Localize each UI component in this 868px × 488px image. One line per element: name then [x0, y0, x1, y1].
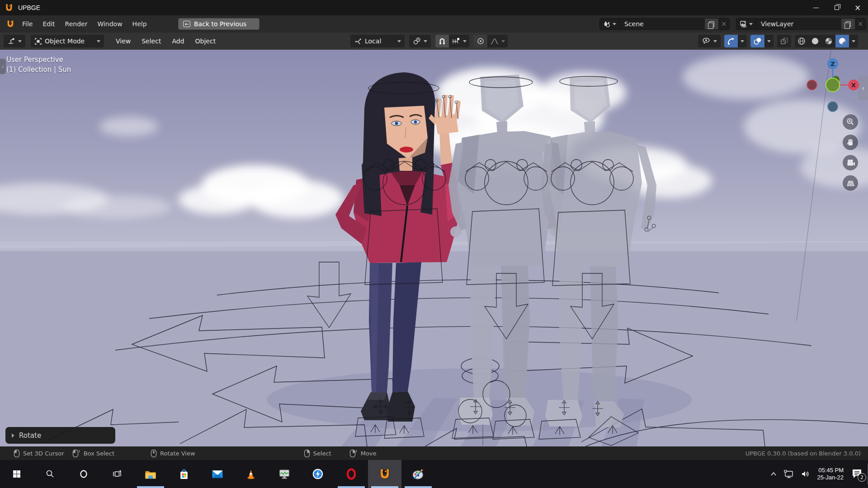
search-icon [45, 469, 55, 479]
operator-panel[interactable]: Rotate [5, 427, 115, 444]
volume-icon[interactable] [801, 469, 811, 479]
windows-start-icon [12, 469, 21, 479]
pan-button[interactable] [843, 135, 858, 150]
axis-x-negative[interactable] [807, 80, 817, 90]
editor-type-button[interactable] [4, 35, 25, 47]
hint-move: Move [349, 449, 377, 458]
action-center-button[interactable]: 2 [850, 467, 863, 481]
scene-name: Scene [620, 20, 705, 28]
menu-file[interactable]: File [17, 19, 38, 29]
menu-object[interactable]: Object [190, 36, 222, 47]
system-tray: 05:45 PM 25-Jan-22 2 [770, 460, 863, 488]
toolbar-expand-tab[interactable]: › [0, 59, 6, 74]
shading-wireframe-button[interactable] [795, 35, 808, 47]
shading-solid-button[interactable] [808, 35, 822, 47]
opera-button[interactable] [335, 460, 368, 488]
tray-chevron-icon[interactable] [770, 470, 777, 478]
menu-edit[interactable]: Edit [38, 19, 60, 29]
shading-rendered-button[interactable] [835, 35, 849, 47]
scene-icon [603, 20, 611, 28]
transform-orientation-dropdown[interactable]: Local [350, 35, 405, 47]
show-gizmo-toggle[interactable] [724, 35, 738, 47]
ortho-toggle-button[interactable] [843, 175, 858, 191]
gizmo-settings-dropdown[interactable] [738, 35, 747, 47]
middle-click-mouse-icon [151, 449, 157, 458]
minimize-button[interactable] [806, 0, 826, 15]
mail-button[interactable] [201, 460, 234, 488]
performance-monitor-button[interactable] [268, 460, 301, 488]
menu-view[interactable]: View [110, 36, 136, 47]
axis-z-negative[interactable] [828, 102, 838, 112]
microsoft-store-button[interactable] [167, 460, 201, 488]
mail-icon [211, 469, 224, 479]
navigation-axis-gizmo[interactable]: Z X [806, 58, 860, 112]
menu-help[interactable]: Help [127, 19, 152, 29]
proportional-editing-toggle[interactable] [474, 35, 487, 47]
scene-selector[interactable]: Scene × [599, 18, 730, 30]
file-explorer-button[interactable] [134, 460, 167, 488]
pivot-point-dropdown[interactable] [409, 35, 431, 47]
shading-material-button[interactable] [822, 35, 835, 47]
view-layer-browse-button[interactable] [736, 19, 756, 29]
xray-icon [780, 37, 788, 45]
zoom-button[interactable] [843, 114, 858, 130]
object-visibility-dropdown[interactable] [698, 35, 721, 47]
menu-render[interactable]: Render [60, 19, 93, 29]
remove-view-layer-button[interactable]: × [855, 19, 866, 29]
menu-add[interactable]: Add [166, 36, 189, 47]
axis-z-positive[interactable]: Z [827, 58, 838, 69]
overlays-settings-dropdown[interactable] [764, 35, 774, 47]
viewport-info-text: User Perspective (1) Collection | Sun [6, 55, 71, 75]
view-layer-selector[interactable]: ViewLayer × [736, 18, 866, 30]
snap-toggle[interactable] [435, 35, 449, 47]
taskbar-clock[interactable]: 05:45 PM 25-Jan-22 [817, 467, 844, 481]
network-icon[interactable] [783, 469, 794, 479]
scene-browse-button[interactable] [600, 19, 620, 29]
upbge-taskbar-button[interactable] [368, 460, 401, 488]
wireframe-sphere-icon [797, 37, 806, 45]
expand-icon [12, 433, 14, 438]
paint-palette-icon [412, 468, 425, 480]
menubar: File Edit Render Window Help ← Back to P… [0, 15, 868, 33]
paint-palette-button[interactable] [401, 460, 435, 488]
version-label: UPBGE 0.30.0 (based on Blender 3.0.0) [745, 450, 861, 457]
xray-toggle[interactable] [777, 35, 791, 47]
menu-window[interactable]: Window [92, 19, 127, 29]
task-view-button[interactable] [100, 460, 134, 488]
proportional-falloff-dropdown[interactable] [487, 35, 508, 47]
show-overlays-toggle[interactable] [750, 35, 764, 47]
close-button[interactable]: × [847, 0, 868, 15]
vlc-button[interactable] [234, 460, 268, 488]
magnet-icon [438, 37, 446, 45]
upbge-taskbar-icon [378, 468, 391, 480]
view-layer-icon [740, 20, 747, 28]
upbge-logo-icon [6, 20, 14, 28]
back-to-previous-button[interactable]: ← Back to Previous [178, 18, 259, 30]
3d-scene[interactable] [0, 50, 868, 446]
taskbar-search-button[interactable] [33, 460, 67, 488]
vlc-icon [245, 468, 257, 480]
pivot-icon [413, 37, 421, 45]
3d-viewport[interactable]: User Perspective (1) Collection | Sun › … [0, 50, 868, 446]
axis-y-positive[interactable] [826, 78, 840, 92]
orientation-icon [354, 37, 362, 45]
snap-settings-dropdown[interactable] [449, 35, 469, 47]
notification-count-badge: 2 [858, 473, 866, 482]
left-click-mouse-icon [14, 449, 20, 458]
clock-time: 05:45 PM [817, 467, 844, 474]
start-button[interactable] [0, 460, 33, 488]
mode-selector[interactable]: Object Mode [31, 35, 104, 47]
menu-select[interactable]: Select [136, 36, 166, 47]
shading-settings-dropdown[interactable] [849, 35, 858, 47]
zoom-icon [846, 117, 855, 127]
new-view-layer-button[interactable] [841, 19, 855, 29]
restore-button[interactable] [826, 0, 847, 15]
daemon-tools-button[interactable] [301, 460, 335, 488]
unlink-scene-button[interactable]: × [718, 19, 729, 29]
camera-view-button[interactable] [843, 155, 858, 170]
new-scene-button[interactable] [705, 19, 718, 29]
axis-x-positive[interactable]: X [848, 80, 859, 90]
cortana-button[interactable] [67, 460, 100, 488]
monitor-waveform-icon [278, 468, 291, 480]
clock-date: 25-Jan-22 [817, 474, 844, 481]
